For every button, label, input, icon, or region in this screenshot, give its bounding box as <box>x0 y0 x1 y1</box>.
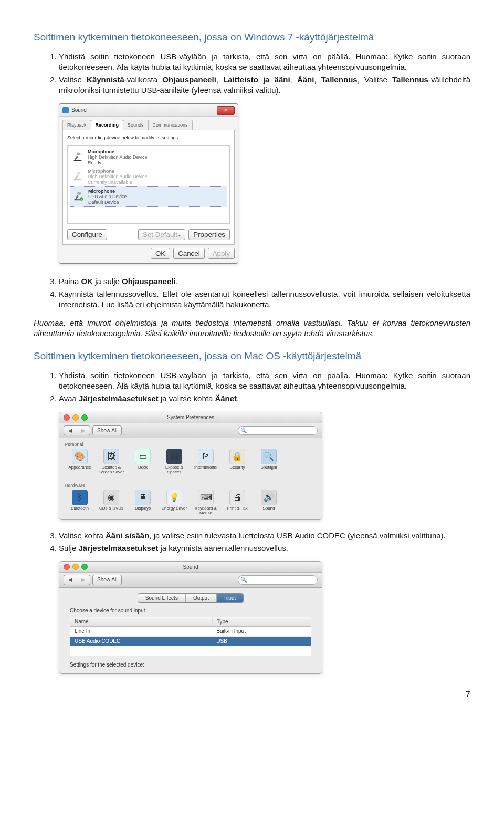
zoom-icon[interactable] <box>81 414 88 421</box>
set-default-button[interactable]: Set Default <box>138 229 185 240</box>
zoom-icon[interactable] <box>81 564 88 570</box>
device-item-selected[interactable]: Microphone USB Audio Device Default Devi… <box>70 186 227 207</box>
pref-item-label: Exposé & Spaces <box>159 465 190 474</box>
pref-item-sound[interactable]: 🔊Sound <box>254 490 284 515</box>
forward-button[interactable]: ▶ <box>77 575 90 585</box>
pref-item-desktop-screen-saver[interactable]: 🖼Desktop & Screen Saver <box>96 449 127 474</box>
col-name[interactable]: Name <box>70 617 213 627</box>
pref-item-label: Desktop & Screen Saver <box>96 465 127 474</box>
apply-button[interactable]: Apply <box>208 248 235 259</box>
svg-point-4 <box>77 192 81 195</box>
step-win-3: Paina OK ja sulje Ohjauspaneeli. <box>59 276 470 287</box>
svg-rect-3 <box>74 179 82 180</box>
pref-item-international[interactable]: 🏳International <box>191 449 221 474</box>
svg-point-2 <box>77 172 80 175</box>
tab-sound-effects[interactable]: Sound Effects <box>138 594 186 603</box>
heading-win: Soittimen kytkeminen tietokoneeseen, jos… <box>34 30 470 44</box>
svg-rect-1 <box>74 160 82 161</box>
section-label: Personal <box>65 441 317 448</box>
pref-item-security[interactable]: 🔒Security <box>222 449 253 474</box>
close-icon[interactable] <box>64 564 70 570</box>
pref-item-displays[interactable]: 🖥Displays <box>128 490 158 515</box>
search-input[interactable] <box>248 427 314 433</box>
settings-label: Settings for the selected device: <box>70 661 311 669</box>
window-controls[interactable] <box>64 564 88 570</box>
pref-item-cds-dvds[interactable]: ◉CDs & DVDs <box>96 490 127 515</box>
pref-item-spotlight[interactable]: 🔍Spotlight <box>254 449 284 474</box>
pref-item-expos-spaces[interactable]: ▦Exposé & Spaces <box>159 449 190 474</box>
properties-button[interactable]: Properties <box>188 229 230 240</box>
ok-button[interactable]: OK <box>151 248 170 259</box>
tab-playback[interactable]: Playback <box>62 120 91 130</box>
minimize-icon[interactable] <box>72 414 79 421</box>
tab-sounds[interactable]: Sounds <box>123 120 149 130</box>
pref-item-print-fax[interactable]: 🖨Print & Fax <box>222 490 253 515</box>
pref-item-bluetooth[interactable]: ᛒBluetooth <box>65 490 95 515</box>
table-row <box>70 646 311 656</box>
configure-button[interactable]: Configure <box>67 229 107 240</box>
device-list[interactable]: Microphone High Definition Audio Device … <box>67 145 230 224</box>
pref-item-appearance[interactable]: 🎨Appearance <box>65 449 95 474</box>
minimize-icon[interactable] <box>72 564 79 570</box>
window-titlebar: Sound ✕ <box>59 104 238 117</box>
close-icon[interactable] <box>64 414 70 421</box>
titlebar: System Preferences <box>59 412 322 423</box>
tab-output[interactable]: Output <box>186 594 217 603</box>
step-mac-2: Avaa Järjestelmäasetukset ja valitse koh… <box>59 393 470 404</box>
pref-item-keyboard-mouse[interactable]: ⌨Keyboard & Mouse <box>191 490 221 515</box>
input-device-table[interactable]: Name Type Line In Built-in Input USB Aud… <box>70 617 311 656</box>
device-item[interactable]: Microphone High Definition Audio Device … <box>70 148 227 167</box>
svg-point-6 <box>80 197 83 200</box>
pref-icon: 🖥 <box>135 490 151 505</box>
toolbar: ◀ ▶ Show All 🔍 <box>59 573 322 588</box>
pref-item-label: Keyboard & Mouse <box>191 506 221 515</box>
forward-button[interactable]: ▶ <box>77 426 90 435</box>
pref-item-label: Spotlight <box>260 465 277 470</box>
microphone-icon <box>71 169 85 182</box>
show-all-button[interactable]: Show All <box>92 425 122 436</box>
pref-icon: ⌨ <box>198 490 214 505</box>
pref-icon: ◉ <box>103 490 119 505</box>
sound-icon <box>62 107 69 113</box>
step-win-1: Yhdistä soitin tietokoneen USB-väylään j… <box>59 51 470 73</box>
toolbar: ◀ ▶ Show All 🔍 <box>59 423 322 439</box>
tab-recording[interactable]: Recording <box>91 120 124 130</box>
pref-item-label: International <box>194 465 217 470</box>
sound-dialog: Sound ✕ Playback Recording Sounds Commun… <box>59 103 238 264</box>
pref-icon: 🔊 <box>261 490 277 505</box>
disclaimer: Huomaa, että imuroit ohjelmistoja ja mui… <box>34 318 470 339</box>
col-type[interactable]: Type <box>212 617 311 627</box>
pref-item-dock[interactable]: ▭Dock <box>128 449 158 474</box>
table-row-selected[interactable]: USB Audio CODEC USB <box>70 636 311 646</box>
page-number: 7 <box>34 690 470 701</box>
window-title: Sound <box>71 107 87 114</box>
table-row[interactable]: Line In Built-in Input <box>70 627 311 637</box>
window-title: System Preferences <box>59 414 322 421</box>
search-field[interactable]: 🔍 <box>238 426 318 435</box>
sound-window: Sound ◀ ▶ Show All 🔍 Sound Effects Outpu… <box>59 561 322 674</box>
pref-item-energy-saver[interactable]: 💡Energy Saver <box>159 490 190 515</box>
microphone-icon <box>71 189 85 202</box>
window-title: Sound <box>59 564 322 571</box>
tab-communications[interactable]: Communications <box>148 120 193 130</box>
cancel-button[interactable]: Cancel <box>173 248 205 259</box>
step-win-2: Valitse Käynnistä-valikosta Ohjauspaneel… <box>59 75 470 96</box>
pref-item-label: Bluetooth <box>71 506 89 511</box>
tabs: Playback Recording Sounds Communications <box>59 117 238 130</box>
close-button[interactable]: ✕ <box>217 106 235 115</box>
back-button[interactable]: ◀ <box>64 575 77 585</box>
pref-item-label: Security <box>230 465 245 470</box>
back-button[interactable]: ◀ <box>64 426 77 435</box>
svg-point-0 <box>77 153 80 156</box>
nav-buttons: ◀ ▶ <box>64 575 90 585</box>
pref-icon: 🔒 <box>229 449 245 464</box>
pref-icon: ▭ <box>135 449 151 464</box>
search-input[interactable] <box>248 577 314 583</box>
device-item[interactable]: Microphone High Definition Audio Device … <box>70 167 227 186</box>
window-controls[interactable] <box>64 414 88 421</box>
tab-input[interactable]: Input <box>217 594 243 603</box>
search-field[interactable]: 🔍 <box>238 575 318 585</box>
system-preferences-window: System Preferences ◀ ▶ Show All 🔍 Person… <box>59 412 322 520</box>
search-icon: 🔍 <box>240 576 247 584</box>
show-all-button[interactable]: Show All <box>92 575 122 585</box>
